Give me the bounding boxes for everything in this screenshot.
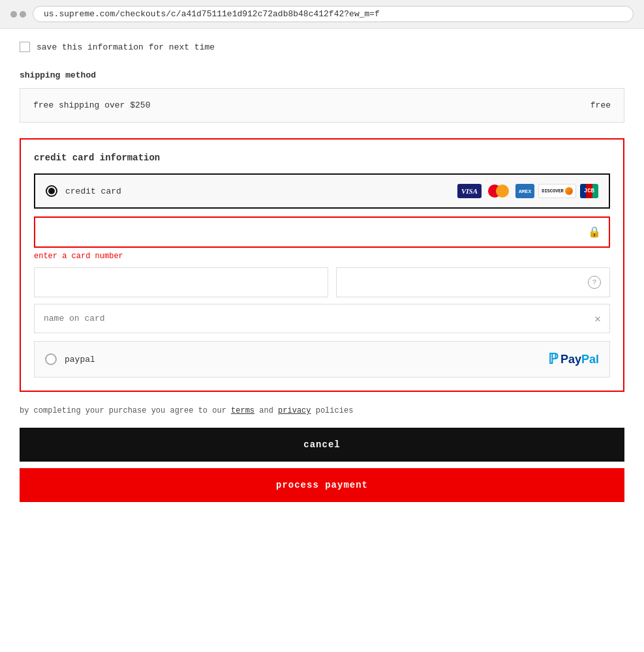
paypal-pay: Pay [560,353,581,366]
paypal-row[interactable]: paypal ℙ PayPal [34,341,610,378]
shipping-price: free [590,100,611,110]
browser-bar: us.supreme.com/checkouts/c/a41d75111e1d9… [0,0,644,29]
cc-radio-left: credit card [46,185,121,197]
card-number-error: enter a card number [34,252,610,261]
card-row: ? [34,267,610,297]
save-info-label: save this information for next time [37,42,215,52]
cvv-help-icon[interactable]: ? [588,276,601,289]
clear-name-icon[interactable]: ✕ [594,312,601,325]
card-cvv-wrapper: ? [336,267,611,297]
paypal-pal: Pal [581,353,599,366]
credit-card-section: credit card information credit card VISA… [20,138,624,392]
discover-text: DISCOVER [542,188,564,194]
terms-after: policies [311,406,354,415]
browser-dots [10,11,26,18]
browser-dot-2 [20,11,26,18]
shipping-box: free shipping over $250 free [20,88,624,123]
card-logos: VISA AMEX DISCOVER JCB [457,184,598,198]
save-info-row: save this information for next time [20,42,624,52]
card-cvv-input[interactable] [336,267,611,297]
paypal-radio-button[interactable] [45,353,57,365]
mc-circle2 [496,185,509,198]
process-payment-button[interactable]: process payment [20,468,624,502]
radio-inner-dot [48,188,55,194]
name-card-wrapper: ✕ [34,304,610,333]
shipping-option-label: free shipping over $250 [33,100,150,110]
browser-dot-1 [10,11,17,18]
cc-radio-label: credit card [65,186,121,196]
jcb-logo: JCB [580,184,598,198]
cc-radio-row[interactable]: credit card VISA AMEX DISCOVER JCB [34,173,610,209]
page-content: save this information for next time ship… [0,29,644,652]
browser-url[interactable]: us.supreme.com/checkouts/c/a41d75111e1d9… [33,6,634,22]
discover-dot [565,187,573,195]
paypal-logo: ℙ PayPal [548,351,599,368]
amex-logo: AMEX [515,184,534,198]
paypal-label: paypal [65,355,95,364]
cc-section-title: credit card information [34,153,610,163]
mastercard-logo [485,184,512,198]
paypal-left: paypal [45,353,95,365]
discover-logo: DISCOVER [538,184,576,198]
cc-radio-button[interactable] [46,185,57,197]
paypal-text: PayPal [560,353,599,366]
terms-middle: and [254,406,278,415]
card-number-wrapper: 🔒 [34,216,610,248]
save-info-checkbox[interactable] [20,42,30,52]
terms-link[interactable]: terms [231,406,254,415]
visa-logo: VISA [457,184,482,198]
privacy-link[interactable]: privacy [278,406,311,415]
lock-icon: 🔒 [588,226,601,239]
name-card-input[interactable] [34,304,610,333]
shipping-section: shipping method free shipping over $250 … [20,70,624,123]
card-number-input[interactable] [34,216,610,248]
paypal-p-icon: ℙ [548,351,558,368]
cancel-button[interactable]: cancel [20,428,624,462]
shipping-section-label: shipping method [20,70,624,80]
terms-text: by completing your purchase you agree to… [20,405,624,417]
terms-before: by completing your purchase you agree to… [20,406,231,415]
card-expiry-input[interactable] [34,267,328,297]
